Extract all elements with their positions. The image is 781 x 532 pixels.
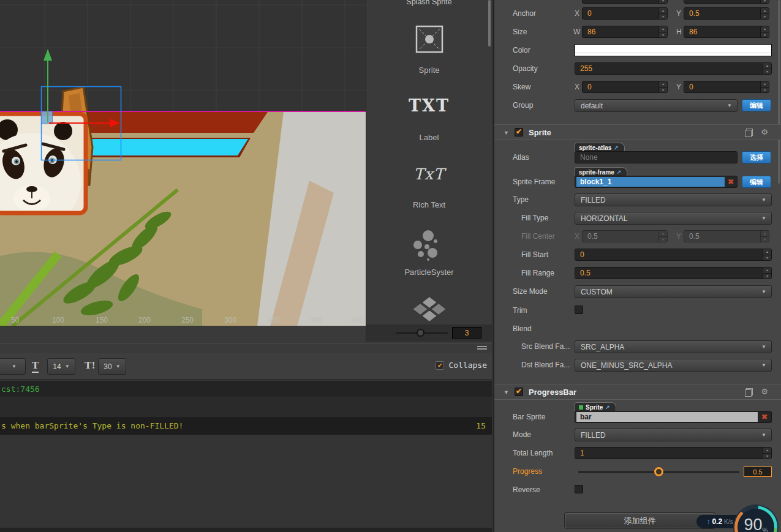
anchor-x-field[interactable]: 0 ▲▼ (582, 7, 668, 20)
skew-y-field[interactable]: 0 ▲▼ (684, 81, 769, 93)
log-row[interactable] (0, 397, 492, 417)
log-text: cst:7456 (1, 384, 40, 394)
spinner[interactable]: ▲▼ (760, 26, 769, 37)
src-blend-dropdown[interactable]: SRC_ALPHA ▼ (575, 340, 772, 353)
spinner[interactable]: ▲▼ (760, 8, 769, 19)
x-axis-label: X (575, 81, 579, 94)
fill-type-dropdown[interactable]: HORIZONTAL ▼ (575, 212, 772, 225)
y-axis-label: Y (676, 81, 681, 94)
anchor-y-field[interactable]: 0.5 ▲▼ (684, 7, 769, 20)
spinner[interactable]: ▲▼ (658, 81, 667, 92)
font-size-dropdown[interactable]: 14 ▼ (47, 358, 75, 375)
spinner[interactable]: ▲▼ (760, 81, 769, 92)
position-y-field[interactable]: ▲▼ (684, 0, 769, 4)
chevron-down-icon: ▼ (761, 197, 766, 203)
palette-item-particlesystem[interactable]: ParticleSyster (366, 268, 492, 277)
skew-x-field[interactable]: 0 ▲▼ (582, 81, 668, 93)
scene-ruler: 50 100 150 200 250 300 350 400 450 (11, 316, 364, 324)
clear-icon[interactable]: ✖ (758, 413, 771, 421)
anchor-handle-gizmo[interactable] (42, 111, 53, 124)
palette-item-label[interactable]: Label (366, 133, 492, 142)
particlesystem-icon[interactable] (412, 228, 447, 264)
size-mode-dropdown[interactable]: CUSTOM ▼ (575, 285, 772, 298)
palette-slider-knob[interactable] (417, 329, 424, 337)
clear-icon[interactable]: ✖ (725, 178, 737, 186)
component-type-swatch (579, 405, 583, 410)
spinner[interactable]: ▲▼ (658, 8, 667, 19)
fill-start-row: Fill Start 0 ▲▼ (494, 249, 781, 262)
sprite-section-header[interactable]: ▼ ✔ Sprite ⚙ (494, 124, 781, 140)
color-swatch[interactable] (575, 44, 772, 56)
label-icon[interactable]: TXT (366, 96, 492, 115)
log-row[interactable]: cst:7456 (0, 381, 492, 397)
copy-component-icon[interactable] (745, 130, 752, 137)
type-dropdown[interactable]: FILLED ▼ (575, 193, 772, 206)
spinner[interactable]: ▲▼ (763, 63, 771, 74)
atlas-select-button[interactable]: 选择 (742, 151, 771, 163)
reverse-label: Reverse (513, 484, 540, 496)
size-h-field[interactable]: 86 ▲▼ (684, 26, 769, 38)
group-dropdown[interactable]: default ▼ (575, 99, 738, 112)
collapse-checkbox[interactable]: ✔ (436, 361, 444, 370)
gauge-face: 90 % (738, 509, 774, 532)
warning-log-row[interactable]: s when barSprite's Type is non-FILLED! 1… (0, 417, 492, 435)
spinner[interactable]: ▲▼ (658, 0, 667, 3)
sprite-frame-edit-button[interactable]: 编辑 (742, 176, 771, 188)
copy-component-icon[interactable] (745, 389, 752, 397)
fill-start-field[interactable]: 0 ▲▼ (575, 249, 772, 261)
external-link-icon[interactable]: ↗ (614, 144, 619, 151)
size-w-field[interactable]: 86 ▲▼ (582, 26, 668, 38)
bar-sprite-field[interactable]: bar ✖ (575, 411, 772, 423)
console-filter-dropdown[interactable]: ▼ (0, 358, 26, 375)
palette-item-sprite[interactable]: Sprite (366, 66, 492, 75)
external-link-icon[interactable]: ↗ (605, 404, 610, 410)
font-size-icon: T (32, 360, 39, 373)
spinner[interactable]: ▲▼ (658, 26, 667, 37)
palette-slider-value[interactable]: 3 (452, 327, 481, 339)
tiledmap-icon[interactable] (410, 295, 449, 326)
fill-range-row: Fill Range 0.5 ▲▼ (494, 267, 781, 280)
progress-slider-knob[interactable] (654, 467, 663, 476)
skew-x-value: 0 (587, 83, 592, 91)
x-axis-label: X (575, 7, 579, 20)
bar-sprite-type-chip: Sprite ↗ (575, 402, 616, 411)
spinner[interactable]: ▲▼ (760, 0, 769, 3)
sprite-icon[interactable] (415, 25, 443, 56)
size-label: Size (513, 26, 527, 39)
progressbar-section-header[interactable]: ▼ ✔ ProgressBar ⚙ (494, 384, 781, 400)
src-blend-row: Src Blend Fa... SRC_ALPHA ▼ (494, 340, 781, 354)
fill-range-field[interactable]: 0.5 ▲▼ (575, 267, 772, 279)
progressbar-enabled-checkbox[interactable]: ✔ (515, 388, 523, 396)
palette-item-richtext[interactable]: Rich Text (366, 200, 492, 209)
group-edit-button[interactable]: 编辑 (742, 99, 771, 111)
spinner[interactable]: ▲▼ (763, 448, 771, 459)
sprite-frame-field[interactable]: block1_1 ✖ (575, 176, 738, 188)
spinner[interactable]: ▲▼ (763, 268, 771, 279)
anchor-x-value: 0 (587, 9, 592, 18)
add-component-button[interactable]: 添加组件 (565, 513, 715, 528)
chevron-down-icon: ▼ (12, 364, 17, 369)
sprite-enabled-checkbox[interactable]: ✔ (515, 128, 523, 137)
total-length-field[interactable]: 1 ▲▼ (575, 447, 772, 459)
atlas-field[interactable]: None (575, 151, 738, 163)
trim-checkbox[interactable] (575, 305, 583, 314)
disclosure-triangle-icon[interactable]: ▼ (504, 389, 509, 395)
opacity-field[interactable]: 255 ▲▼ (575, 62, 772, 75)
ruler-tick: 50 (11, 316, 20, 324)
gear-icon[interactable]: ⚙ (761, 387, 768, 396)
sprite-frame-type-chip: sprite-frame ↗ (575, 167, 627, 176)
dst-blend-dropdown[interactable]: ONE_MINUS_SRC_ALPHA ▼ (575, 359, 772, 372)
spinner[interactable]: ▲▼ (763, 249, 771, 260)
position-x-field[interactable]: ▲▼ (582, 0, 668, 4)
panel-divider[interactable] (0, 343, 492, 353)
progress-value-field[interactable]: 0.5 (744, 466, 772, 477)
reverse-checkbox[interactable] (575, 485, 583, 493)
disclosure-triangle-icon[interactable]: ▼ (504, 130, 509, 136)
scene-view[interactable]: 50 100 150 200 250 300 350 400 450 (0, 0, 366, 343)
mode-dropdown[interactable]: FILLED ▼ (575, 429, 772, 441)
palette-scrollbar[interactable] (488, 0, 491, 47)
line-height-dropdown[interactable]: 30 ▼ (98, 358, 126, 375)
gear-icon[interactable]: ⚙ (761, 127, 768, 137)
richtext-icon[interactable]: TxT (366, 165, 492, 183)
external-link-icon[interactable]: ↗ (617, 169, 622, 175)
